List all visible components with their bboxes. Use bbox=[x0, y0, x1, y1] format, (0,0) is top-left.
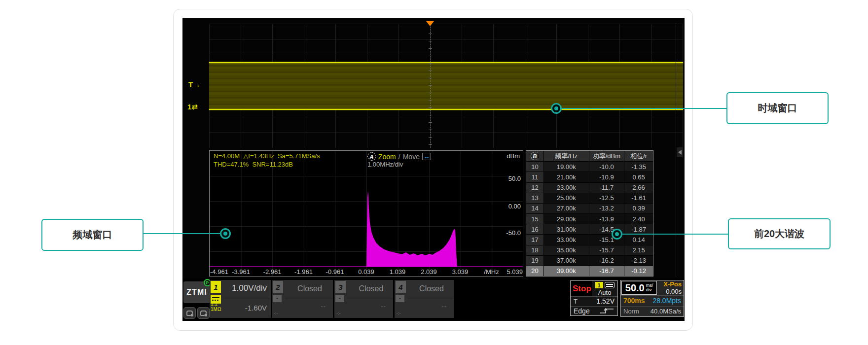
table-row[interactable]: 1121.00k-10.90.65 bbox=[526, 172, 653, 182]
fft-x-tick: 1.039 bbox=[390, 268, 406, 276]
trigger-position-line bbox=[429, 27, 432, 148]
fft-x-tick: 5.039 bbox=[506, 268, 523, 276]
time-domain-callout-dot bbox=[551, 103, 562, 114]
col-phase: 相位/r bbox=[624, 151, 653, 161]
channel-3-block[interactable]: 3 - Closed -- -:- bbox=[334, 280, 393, 318]
harmonics-callout: 前20大谐波 bbox=[728, 218, 831, 249]
fft-x-tick: -2.961 bbox=[263, 268, 282, 276]
trigger-level-value[interactable]: 1.52V bbox=[596, 297, 615, 305]
record-points: 28.0Mpts bbox=[652, 297, 681, 305]
timebase-button[interactable]: 50.0 ms/ div bbox=[621, 281, 657, 295]
timebase-unit: ms/ div bbox=[646, 283, 653, 292]
fft-zoom-label[interactable]: Zoom bbox=[378, 153, 396, 161]
channel-1-badge[interactable]: 1 bbox=[211, 281, 221, 293]
harmonics-callout-dot bbox=[612, 229, 622, 240]
table-row[interactable]: 1529.00k-13.92.40 bbox=[526, 213, 653, 224]
fft-x-tick: -1.961 bbox=[294, 268, 313, 276]
fft-y-tick: -50.0 bbox=[506, 229, 521, 237]
harmonics-table-header: B 频率/Hz 功率/dBm 相位/r bbox=[526, 151, 653, 161]
table-row[interactable]: 1019.00k-10.0-1.35 bbox=[526, 161, 653, 172]
side-panel-handle[interactable] bbox=[677, 147, 683, 157]
fft-move-label[interactable]: Move bbox=[403, 153, 420, 161]
table-row[interactable]: 1223.00k-11.72.66 bbox=[526, 182, 653, 193]
acquire-mode[interactable]: Norm bbox=[623, 308, 639, 315]
fft-y-tick: 50.0 bbox=[508, 175, 521, 182]
channel-3-state: Closed bbox=[349, 284, 393, 293]
horizontal-move-icon[interactable]: ↔ bbox=[422, 153, 431, 160]
record-window: 700ms bbox=[623, 297, 645, 305]
channel-2-tiny: -:- bbox=[274, 311, 278, 316]
fft-x-axis: -4.961-3.961-2.961-1.961-0.9610.0391.039… bbox=[210, 267, 523, 276]
fft-x-tick: 0.039 bbox=[358, 268, 374, 276]
channel-4-block[interactable]: 4 - Closed -- -:- bbox=[395, 280, 454, 318]
fft-x-tick: /MHz bbox=[484, 268, 499, 276]
trigger-level-marker[interactable]: T→ bbox=[188, 80, 200, 89]
fft-info-line1: N=4.00M △f=1.43Hz Sa=5.71MSa/s bbox=[214, 152, 320, 160]
fft-x-tick: 3.039 bbox=[452, 268, 469, 276]
channel-3-coupling: - bbox=[335, 295, 344, 302]
fft-x-tick: -0.961 bbox=[326, 268, 344, 276]
knob-b-icon: B bbox=[531, 152, 539, 160]
fft-info-line2: THD=47.1% SNR=11.23dB bbox=[214, 161, 293, 168]
col-frequency: 频率/Hz bbox=[544, 151, 589, 161]
xpos-value[interactable]: 0.00s bbox=[666, 288, 682, 295]
col-power: 功率/dBm bbox=[589, 151, 625, 161]
timebase-value: 50.0 bbox=[625, 282, 645, 294]
table-row[interactable]: 1631.00k-14.5-1.87 bbox=[526, 224, 653, 234]
trigger-panel[interactable]: Stop 1 Auto T 1.52V Edge bbox=[570, 280, 618, 316]
touch-lock-button[interactable] bbox=[197, 307, 210, 319]
hand-icon bbox=[200, 310, 207, 316]
touch-icon bbox=[186, 310, 193, 316]
time-domain-callout: 时域窗口 bbox=[726, 92, 829, 124]
table-row[interactable]: 1733.00k-15.10.14 bbox=[526, 234, 653, 244]
rising-edge-icon bbox=[600, 307, 615, 314]
fft-scale-label: 1.00MHz/div bbox=[367, 161, 403, 168]
display-icon bbox=[605, 282, 615, 288]
harmonics-table: B 频率/Hz 功率/dBm 相位/r 1019.00k-10.0-1.3511… bbox=[526, 150, 653, 276]
collapse-left-icon bbox=[678, 150, 682, 155]
channel-2-value: -- bbox=[321, 303, 326, 310]
channel-1-scale[interactable]: 1.00V/div bbox=[232, 283, 267, 293]
trigger-sweep-mode[interactable]: Auto bbox=[598, 289, 612, 296]
channel-4-value: -- bbox=[441, 303, 447, 310]
channel-4-state: Closed bbox=[409, 284, 454, 293]
table-row[interactable]: 1937.00k-16.2-2.13 bbox=[526, 255, 653, 266]
touch-gesture-button[interactable] bbox=[183, 307, 196, 319]
fft-mode-header[interactable]: A Zoom / Move ↔ bbox=[367, 152, 431, 161]
table-row[interactable]: 2039.00k-16.7-0.12 bbox=[526, 266, 653, 276]
channel-1-probe: 1:11MΩ bbox=[211, 301, 221, 312]
channel-2-block[interactable]: 2 - Closed -- -:- bbox=[272, 280, 333, 318]
channel-1-offset[interactable]: -1.60V bbox=[245, 304, 267, 312]
knob-a-icon: A bbox=[367, 152, 376, 161]
sample-rate: 40.0MSa/s bbox=[651, 308, 681, 315]
side-panel-divider bbox=[676, 23, 676, 276]
ch1-position-marker[interactable]: 1⇄ bbox=[187, 103, 198, 111]
channel-3-tiny: -:- bbox=[336, 311, 341, 316]
table-row[interactable]: 1835.00k-15.72.15 bbox=[526, 245, 653, 255]
channel-3-badge[interactable]: 3 bbox=[335, 281, 346, 293]
oscilloscope-screen: T→ 1⇄ N=4.00M △f=1.43Hz Sa=5.71MSa/s THD… bbox=[182, 18, 685, 321]
fft-window: N=4.00M △f=1.43Hz Sa=5.71MSa/s THD=47.1%… bbox=[209, 150, 523, 276]
fft-spectrum-shape bbox=[366, 191, 457, 267]
channel-4-tiny: -:- bbox=[397, 311, 401, 316]
acquisition-state[interactable]: Stop bbox=[571, 281, 592, 296]
horizontal-panel[interactable]: 50.0 ms/ div X-Pos 0.00s 700ms 28.0Mpts bbox=[620, 280, 684, 317]
annotated-oscilloscope-screenshot: T→ 1⇄ N=4.00M △f=1.43Hz Sa=5.71MSa/s THD… bbox=[0, 0, 868, 345]
xpos-label: X-Pos bbox=[663, 280, 682, 288]
ch1-waveform bbox=[209, 63, 683, 109]
trigger-source-badge[interactable]: 1 bbox=[595, 282, 603, 288]
channel-2-coupling: - bbox=[273, 295, 282, 302]
channel-4-coupling: - bbox=[396, 295, 404, 302]
trigger-type[interactable]: Edge bbox=[574, 307, 590, 315]
freq-domain-callout: 频域窗口 bbox=[41, 219, 144, 251]
table-row[interactable]: 1325.00k-12.5-1.61 bbox=[526, 193, 653, 203]
table-row[interactable]: 1427.00k-13.20.39 bbox=[526, 203, 653, 213]
status-bar: ZTMI P 1 1:11MΩ 1.00V/div -1.60V 2 - Clo… bbox=[182, 278, 685, 321]
channel-3-value: -- bbox=[381, 303, 386, 310]
trigger-position-icon[interactable] bbox=[426, 21, 434, 26]
channel-4-badge[interactable]: 4 bbox=[396, 281, 406, 293]
trigger-level-label: T bbox=[574, 298, 578, 305]
channel-1-block[interactable]: 1 1:11MΩ 1.00V/div -1.60V bbox=[210, 280, 271, 318]
channel-2-badge[interactable]: 2 bbox=[273, 281, 283, 293]
fft-separator: / bbox=[398, 153, 400, 161]
